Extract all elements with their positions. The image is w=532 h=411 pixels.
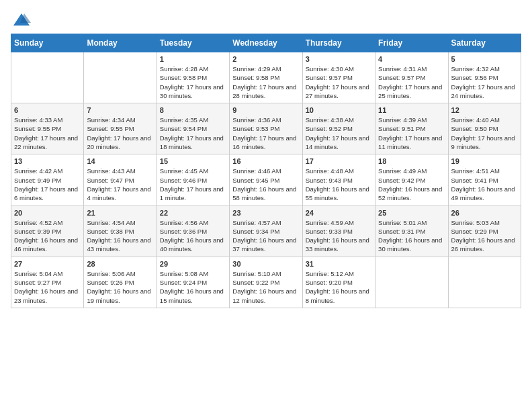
calendar-cell: 29Sunrise: 5:08 AM Sunset: 9:24 PM Dayli… — [157, 257, 229, 308]
day-number: 27 — [14, 260, 81, 268]
day-number: 12 — [451, 106, 518, 114]
day-number: 10 — [306, 106, 372, 114]
day-info: Sunrise: 4:30 AM Sunset: 9:57 PM Dayligh… — [306, 64, 372, 100]
calendar-day-header: Monday — [84, 34, 157, 52]
day-number: 29 — [160, 260, 226, 268]
day-number: 13 — [14, 157, 81, 165]
calendar-week-row: 27Sunrise: 5:04 AM Sunset: 9:27 PM Dayli… — [11, 257, 521, 308]
calendar-cell: 16Sunrise: 4:46 AM Sunset: 9:45 PM Dayli… — [230, 154, 302, 205]
day-number: 25 — [378, 209, 445, 217]
calendar-week-row: 13Sunrise: 4:42 AM Sunset: 9:49 PM Dayli… — [11, 154, 521, 205]
day-info: Sunrise: 4:51 AM Sunset: 9:41 PM Dayligh… — [451, 167, 518, 202]
day-number: 24 — [306, 209, 372, 217]
calendar-cell — [11, 52, 84, 103]
calendar-cell: 18Sunrise: 4:49 AM Sunset: 9:42 PM Dayli… — [375, 154, 448, 205]
day-number: 26 — [451, 209, 518, 217]
calendar-week-row: 20Sunrise: 4:52 AM Sunset: 9:39 PM Dayli… — [11, 205, 521, 257]
calendar-cell: 10Sunrise: 4:38 AM Sunset: 9:52 PM Dayli… — [302, 103, 375, 154]
calendar-cell: 19Sunrise: 4:51 AM Sunset: 9:41 PM Dayli… — [448, 154, 521, 205]
calendar-day-header: Thursday — [302, 34, 375, 52]
calendar-day-header: Friday — [375, 34, 448, 52]
day-number: 16 — [232, 157, 299, 165]
day-number: 7 — [87, 106, 153, 114]
calendar-cell: 28Sunrise: 5:06 AM Sunset: 9:26 PM Dayli… — [84, 257, 157, 308]
calendar-header-row: SundayMondayTuesdayWednesdayThursdayFrid… — [11, 34, 521, 52]
calendar-day-header: Wednesday — [230, 34, 302, 52]
day-info: Sunrise: 4:56 AM Sunset: 9:36 PM Dayligh… — [160, 218, 226, 254]
calendar-cell: 27Sunrise: 5:04 AM Sunset: 9:27 PM Dayli… — [11, 257, 84, 308]
day-number: 28 — [87, 260, 153, 268]
day-info: Sunrise: 4:38 AM Sunset: 9:52 PM Dayligh… — [306, 116, 372, 151]
day-number: 2 — [232, 55, 299, 63]
day-number: 21 — [87, 209, 153, 217]
calendar-cell: 17Sunrise: 4:48 AM Sunset: 9:43 PM Dayli… — [302, 154, 375, 205]
day-info: Sunrise: 5:04 AM Sunset: 9:27 PM Dayligh… — [14, 269, 81, 305]
calendar-cell — [448, 257, 521, 308]
calendar-cell: 5Sunrise: 4:32 AM Sunset: 9:56 PM Daylig… — [448, 52, 521, 103]
day-number: 31 — [306, 260, 372, 268]
calendar-table: SundayMondayTuesdayWednesdayThursdayFrid… — [11, 34, 521, 308]
day-info: Sunrise: 4:46 AM Sunset: 9:45 PM Dayligh… — [232, 167, 299, 202]
calendar-week-row: 1Sunrise: 4:28 AM Sunset: 9:58 PM Daylig… — [11, 52, 521, 103]
day-info: Sunrise: 5:03 AM Sunset: 9:29 PM Dayligh… — [451, 218, 518, 254]
logo-icon — [12, 11, 31, 30]
day-info: Sunrise: 4:28 AM Sunset: 9:58 PM Dayligh… — [160, 64, 226, 100]
day-info: Sunrise: 5:12 AM Sunset: 9:20 PM Dayligh… — [306, 269, 372, 305]
day-info: Sunrise: 4:32 AM Sunset: 9:56 PM Dayligh… — [451, 64, 518, 100]
day-info: Sunrise: 4:31 AM Sunset: 9:57 PM Dayligh… — [378, 64, 445, 100]
day-info: Sunrise: 4:34 AM Sunset: 9:55 PM Dayligh… — [87, 116, 153, 151]
calendar-cell — [84, 52, 157, 103]
logo — [11, 11, 31, 26]
day-info: Sunrise: 4:49 AM Sunset: 9:42 PM Dayligh… — [378, 167, 445, 202]
calendar-cell: 6Sunrise: 4:33 AM Sunset: 9:55 PM Daylig… — [11, 103, 84, 154]
calendar-cell: 24Sunrise: 4:59 AM Sunset: 9:33 PM Dayli… — [302, 205, 375, 257]
calendar-cell — [375, 257, 448, 308]
day-number: 15 — [160, 157, 226, 165]
day-number: 11 — [378, 106, 445, 114]
day-info: Sunrise: 4:36 AM Sunset: 9:53 PM Dayligh… — [232, 116, 299, 151]
calendar-day-header: Saturday — [448, 34, 521, 52]
day-info: Sunrise: 4:45 AM Sunset: 9:46 PM Dayligh… — [160, 167, 226, 202]
calendar-cell: 26Sunrise: 5:03 AM Sunset: 9:29 PM Dayli… — [448, 205, 521, 257]
calendar-cell: 1Sunrise: 4:28 AM Sunset: 9:58 PM Daylig… — [157, 52, 229, 103]
day-number: 5 — [451, 55, 518, 63]
day-info: Sunrise: 4:52 AM Sunset: 9:39 PM Dayligh… — [14, 218, 81, 254]
day-info: Sunrise: 4:33 AM Sunset: 9:55 PM Dayligh… — [14, 116, 81, 151]
calendar-cell: 25Sunrise: 5:01 AM Sunset: 9:31 PM Dayli… — [375, 205, 448, 257]
day-number: 3 — [306, 55, 372, 63]
calendar-cell: 15Sunrise: 4:45 AM Sunset: 9:46 PM Dayli… — [157, 154, 229, 205]
day-number: 1 — [160, 55, 226, 63]
day-info: Sunrise: 4:39 AM Sunset: 9:51 PM Dayligh… — [378, 116, 445, 151]
page-header — [11, 11, 521, 26]
calendar-cell: 9Sunrise: 4:36 AM Sunset: 9:53 PM Daylig… — [230, 103, 302, 154]
day-number: 19 — [451, 157, 518, 165]
day-number: 30 — [232, 260, 299, 268]
day-info: Sunrise: 5:10 AM Sunset: 9:22 PM Dayligh… — [232, 269, 299, 305]
calendar-cell: 21Sunrise: 4:54 AM Sunset: 9:38 PM Dayli… — [84, 205, 157, 257]
day-info: Sunrise: 4:54 AM Sunset: 9:38 PM Dayligh… — [87, 218, 153, 254]
day-number: 6 — [14, 106, 81, 114]
day-info: Sunrise: 4:35 AM Sunset: 9:54 PM Dayligh… — [160, 116, 226, 151]
calendar-cell: 22Sunrise: 4:56 AM Sunset: 9:36 PM Dayli… — [157, 205, 229, 257]
day-info: Sunrise: 5:01 AM Sunset: 9:31 PM Dayligh… — [378, 218, 445, 254]
day-info: Sunrise: 4:40 AM Sunset: 9:50 PM Dayligh… — [451, 116, 518, 151]
day-number: 20 — [14, 209, 81, 217]
day-info: Sunrise: 5:06 AM Sunset: 9:26 PM Dayligh… — [87, 269, 153, 305]
day-info: Sunrise: 4:43 AM Sunset: 9:47 PM Dayligh… — [87, 167, 153, 202]
calendar-cell: 8Sunrise: 4:35 AM Sunset: 9:54 PM Daylig… — [157, 103, 229, 154]
calendar-cell: 11Sunrise: 4:39 AM Sunset: 9:51 PM Dayli… — [375, 103, 448, 154]
calendar-cell: 4Sunrise: 4:31 AM Sunset: 9:57 PM Daylig… — [375, 52, 448, 103]
day-number: 22 — [160, 209, 226, 217]
calendar-cell: 20Sunrise: 4:52 AM Sunset: 9:39 PM Dayli… — [11, 205, 84, 257]
calendar-cell: 12Sunrise: 4:40 AM Sunset: 9:50 PM Dayli… — [448, 103, 521, 154]
calendar-day-header: Tuesday — [157, 34, 229, 52]
calendar-cell: 30Sunrise: 5:10 AM Sunset: 9:22 PM Dayli… — [230, 257, 302, 308]
calendar-cell: 2Sunrise: 4:29 AM Sunset: 9:58 PM Daylig… — [230, 52, 302, 103]
calendar-cell: 14Sunrise: 4:43 AM Sunset: 9:47 PM Dayli… — [84, 154, 157, 205]
day-info: Sunrise: 4:48 AM Sunset: 9:43 PM Dayligh… — [306, 167, 372, 202]
calendar-day-header: Sunday — [11, 34, 84, 52]
calendar-cell: 13Sunrise: 4:42 AM Sunset: 9:49 PM Dayli… — [11, 154, 84, 205]
day-info: Sunrise: 4:59 AM Sunset: 9:33 PM Dayligh… — [306, 218, 372, 254]
day-number: 9 — [232, 106, 299, 114]
day-info: Sunrise: 5:08 AM Sunset: 9:24 PM Dayligh… — [160, 269, 226, 305]
